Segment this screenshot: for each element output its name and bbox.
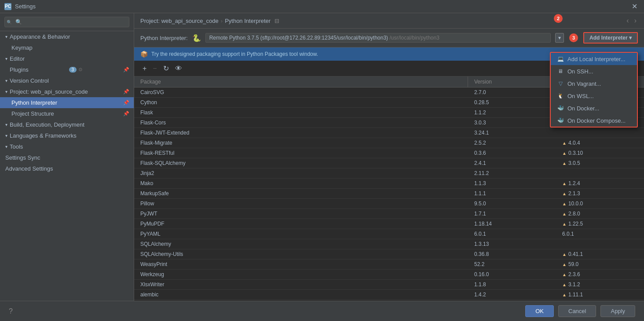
package-version: 2.7.0	[468, 88, 556, 97]
apply-button[interactable]: Apply	[600, 305, 635, 317]
table-row[interactable]: SQLAlchemy1.3.13	[134, 239, 644, 249]
sidebar-item-project-structure[interactable]: Project Structure 📌	[0, 108, 134, 119]
search-input[interactable]	[4, 17, 129, 27]
breadcrumb-project: Project: web_api_source_code	[140, 18, 219, 24]
add-interpreter-button[interactable]: Add Interpreter ▾	[583, 32, 638, 44]
upgrade-arrow-icon: ▲	[562, 161, 567, 166]
sidebar-item-tools[interactable]: ▾ Tools	[0, 141, 134, 152]
table-row[interactable]: alembic1.4.2▲ 1.11.1	[134, 290, 644, 300]
col-version[interactable]: Version	[468, 77, 556, 87]
package-latest: ▲ 1.2.4	[556, 179, 644, 188]
table-row[interactable]: MarkupSafe1.1.1▲ 2.1.3	[134, 189, 644, 199]
table-row[interactable]: PyYAML6.0.16.0.1	[134, 229, 644, 239]
table-row[interactable]: SQLAlchemy-Utils0.36.8▲ 0.41.1	[134, 249, 644, 259]
upgrade-arrow-icon: ▲	[562, 272, 567, 277]
sidebar-item-label: Build, Execution, Deployment	[10, 121, 84, 128]
package-name: Cython	[134, 98, 468, 107]
upgrade-arrow-icon: ▲	[562, 262, 567, 267]
sidebar-item-label: Editor	[10, 55, 25, 62]
upgrade-arrow-icon: ▲	[562, 191, 567, 196]
sidebar-item-advanced-settings[interactable]: Advanced Settings	[0, 163, 134, 174]
sidebar-item-editor[interactable]: ▾ Editor	[0, 53, 134, 64]
show-all-button[interactable]: 👁	[173, 64, 184, 73]
dropdown-item-docker[interactable]: 🐳 On Docker...	[551, 102, 637, 114]
package-version: 0.36.8	[468, 249, 556, 259]
package-version: 1.1.8	[468, 280, 556, 289]
package-name: Flask	[134, 108, 468, 117]
sidebar-item-plugins[interactable]: ▸ Plugins 3 ⚙ 📌	[0, 64, 134, 75]
upgrade-arrow-icon: ▲	[562, 151, 567, 156]
upgrade-arrow-icon: ▲	[562, 201, 567, 206]
dropdown-item-local[interactable]: 💻 Add Local Interpreter...	[551, 53, 637, 65]
interpreter-snake-icon: 🐍	[192, 34, 201, 42]
table-row[interactable]: Mako1.1.3▲ 1.2.4	[134, 179, 644, 189]
arrow-icon: ▾	[5, 89, 7, 94]
add-package-button[interactable]: +	[140, 64, 149, 73]
pin-icon: 📌	[123, 89, 129, 95]
close-button[interactable]: ✕	[629, 2, 640, 11]
remove-package-button[interactable]: −	[150, 64, 159, 73]
sidebar-item-label: Keymap	[11, 44, 33, 51]
vagrant-icon: ▽	[557, 80, 564, 87]
arrow-icon: ▾	[5, 122, 7, 127]
breadcrumb-page: Python Interpreter	[225, 18, 271, 24]
package-name: Mako	[134, 179, 468, 188]
table-row[interactable]: PyMuPDF1.18.14▲ 1.22.5	[134, 219, 644, 229]
package-name: Flask-JWT-Extended	[134, 128, 468, 138]
local-icon: 💻	[557, 55, 564, 62]
dropdown-item-docker-compose[interactable]: 🐳 On Docker Compose...	[551, 114, 637, 127]
dropdown-item-wsl[interactable]: 🐧 On WSL...	[551, 90, 637, 102]
upgrade-arrow-icon: ▲	[562, 141, 567, 146]
table-row[interactable]: Flask-SQLAlchemy2.4.1▲ 3.0.5	[134, 158, 644, 168]
table-row[interactable]: Jinja22.11.2	[134, 168, 644, 179]
interpreter-label: Python Interpreter:	[140, 35, 188, 41]
package-name: PyJWT	[134, 209, 468, 219]
step-2-badge: 2	[554, 14, 563, 23]
sidebar-item-project[interactable]: ▾ Project: web_api_source_code 📌	[0, 86, 134, 97]
package-latest: ▲ 59.0	[556, 259, 644, 269]
sidebar-item-appearance[interactable]: ▾ Appearance & Behavior	[0, 31, 134, 42]
footer: ? OK Cancel Apply	[0, 301, 644, 321]
package-name: Flask-RESTful	[134, 148, 468, 158]
interpreter-dropdown-button[interactable]: ▾	[555, 33, 564, 43]
table-row[interactable]: Flask-JWT-Extended3.24.1	[134, 128, 644, 138]
package-latest: ▲ 2.13.2	[556, 300, 644, 301]
cancel-button[interactable]: Cancel	[558, 305, 596, 317]
sidebar-item-keymap[interactable]: Keymap	[0, 42, 134, 53]
package-name: WeasyPrint	[134, 259, 468, 269]
breadcrumb-tab-icon: ⊟	[274, 18, 279, 24]
sidebar-item-build[interactable]: ▾ Build, Execution, Deployment	[0, 119, 134, 130]
package-name: Flask-Migrate	[134, 138, 468, 148]
table-row[interactable]: Werkzeug0.16.0▲ 2.3.6	[134, 270, 644, 280]
package-name: allure-pytest	[134, 300, 468, 301]
sidebar-item-python-interpreter[interactable]: Python Interpreter 📌	[0, 97, 134, 108]
dropdown-item-vagrant[interactable]: ▽ On Vagrant...	[551, 77, 637, 90]
table-row[interactable]: Pillow9.5.0▲ 10.0.0	[134, 199, 644, 209]
package-version: 3.24.1	[468, 128, 556, 138]
table-row[interactable]: WeasyPrint52.2▲ 59.0	[134, 259, 644, 270]
refresh-button[interactable]: ↻	[161, 63, 171, 73]
dropdown-item-ssh[interactable]: 🖥 On SSH...	[551, 65, 637, 77]
ok-button[interactable]: OK	[525, 305, 554, 317]
table-row[interactable]: XlsxWriter1.1.8▲ 3.1.2	[134, 280, 644, 290]
help-button[interactable]: ?	[9, 307, 13, 315]
package-version: 1.7.1	[468, 209, 556, 219]
table-row[interactable]: PyJWT1.7.1▲ 2.8.0	[134, 209, 644, 219]
sidebar-item-label: Settings Sync	[5, 154, 40, 161]
nav-back-button[interactable]: ‹	[625, 17, 630, 25]
sidebar-item-settings-sync[interactable]: Settings Sync	[0, 152, 134, 163]
sidebar-item-languages[interactable]: ▾ Languages & Frameworks	[0, 130, 134, 141]
wsl-icon: 🐧	[557, 92, 564, 99]
sidebar-item-version-control[interactable]: ▾ Version Control	[0, 75, 134, 86]
table-row[interactable]: allure-pytest2.8.16▲ 2.13.2	[134, 300, 644, 301]
main-layout: ▾ Appearance & Behavior Keymap ▾ Editor …	[0, 13, 644, 301]
table-row[interactable]: Flask-RESTful0.3.6▲ 0.3.10	[134, 148, 644, 158]
package-version: 2.11.2	[468, 168, 556, 178]
table-row[interactable]: Flask-Migrate2.5.2▲ 4.0.4	[134, 138, 644, 148]
nav-forward-button[interactable]: ›	[633, 17, 638, 25]
package-name: Flask-SQLAlchemy	[134, 158, 468, 168]
package-latest	[556, 239, 644, 249]
interpreter-value-field[interactable]: Remote Python 3.7.5 (sftp://root@172.26.…	[205, 33, 551, 43]
col-package[interactable]: Package	[134, 77, 468, 87]
package-version: 1.1.3	[468, 179, 556, 188]
